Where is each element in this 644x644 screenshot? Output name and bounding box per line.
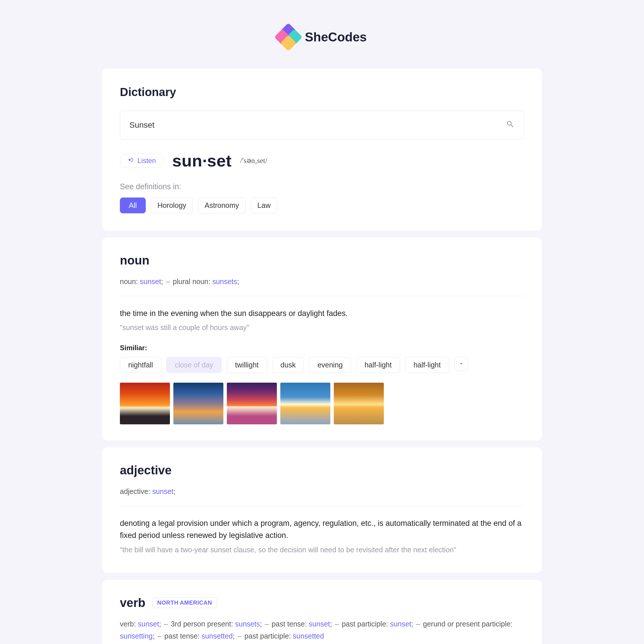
form-suffix: ; xyxy=(161,277,163,285)
form-value: sunsetted xyxy=(202,632,233,640)
category-row: AllHorologyAstronomyLaw xyxy=(120,198,524,213)
category-pill-law[interactable]: Law xyxy=(251,198,277,213)
phonetic: /'sənˌset/ xyxy=(240,156,267,165)
shecodes-logo-icon xyxy=(277,26,300,48)
form-label: past tense: xyxy=(272,620,309,628)
divider xyxy=(120,506,524,506)
form-suffix: ; xyxy=(237,277,239,285)
search-box[interactable] xyxy=(120,111,524,139)
similar-chip[interactable]: twillight xyxy=(227,357,267,373)
noun-card: noun noun: sunset;–plural noun: sunsets;… xyxy=(102,237,542,440)
listen-label: Listen xyxy=(137,157,156,165)
form-suffix: ; xyxy=(153,632,155,640)
search-input[interactable] xyxy=(129,120,506,130)
pos-title-verb: verb xyxy=(120,596,145,610)
separator: – xyxy=(158,632,162,640)
form-label: plural noun: xyxy=(173,277,212,285)
brand: SheCodes xyxy=(277,26,367,48)
verb-heading: verb NORTH AMERICAN xyxy=(120,596,524,610)
chevron-down-icon xyxy=(459,361,464,367)
see-definitions-label: See definitions in: xyxy=(120,182,524,191)
brand-name: SheCodes xyxy=(305,30,367,44)
form-label: past participle: xyxy=(244,632,293,640)
adjective-heading: adjective xyxy=(120,463,524,477)
separator: – xyxy=(265,620,269,628)
adjective-forms: adjective: sunset; xyxy=(120,485,524,498)
similar-chip[interactable]: half-light xyxy=(356,357,400,373)
form-suffix: ; xyxy=(173,487,175,495)
sunset-image-2[interactable] xyxy=(173,383,223,424)
form-value: sunset xyxy=(140,277,161,285)
form-label: 3rd person present: xyxy=(171,620,235,628)
form-value: sunset xyxy=(390,620,411,628)
category-pill-all[interactable]: All xyxy=(120,198,146,213)
form-label: verb: xyxy=(120,620,138,628)
headword: sun·set xyxy=(172,151,232,170)
page-title: Dictionary xyxy=(120,86,524,99)
noun-heading: noun xyxy=(120,254,524,267)
form-suffix: ; xyxy=(159,620,161,628)
form-value: sunsets xyxy=(235,620,260,628)
separator: – xyxy=(166,277,170,285)
adjective-example: "the bill will have a two-year sunset cl… xyxy=(120,546,524,554)
form-value: sunsetting xyxy=(120,632,153,640)
separator: – xyxy=(335,620,339,628)
adjective-definition: denoting a legal provision under which a… xyxy=(120,517,524,542)
form-label: adjective: xyxy=(120,487,152,495)
separator: – xyxy=(237,632,241,640)
similar-chip[interactable]: half-light xyxy=(405,357,449,373)
verb-forms: verb: sunset;–3rd person present: sunset… xyxy=(120,618,524,642)
similar-chip[interactable]: close of day xyxy=(166,357,221,373)
noun-definition: the time in the evening when the sun dis… xyxy=(120,308,524,320)
form-label: past participle: xyxy=(342,620,390,628)
similar-chip[interactable]: evening xyxy=(309,357,351,373)
form-label: gerund or present participle: xyxy=(423,620,512,628)
form-value: sunset xyxy=(309,620,330,628)
form-suffix: ; xyxy=(260,620,262,628)
form-value: sunset xyxy=(138,620,159,628)
adjective-card: adjective adjective: sunset; denoting a … xyxy=(102,447,542,573)
form-suffix: ; xyxy=(330,620,332,628)
form-value: sunsetted xyxy=(293,632,324,640)
form-label: noun: xyxy=(120,277,140,285)
similar-chip[interactable]: nightfall xyxy=(120,357,161,373)
listen-button[interactable]: Listen xyxy=(120,154,164,168)
separator: – xyxy=(164,620,168,628)
verb-card: verb NORTH AMERICAN verb: sunset;–3rd pe… xyxy=(102,580,542,644)
region-tag: NORTH AMERICAN xyxy=(152,597,217,608)
form-value: sunset xyxy=(152,487,174,495)
sunset-image-5[interactable] xyxy=(334,383,384,424)
separator: – xyxy=(416,620,420,628)
noun-forms: noun: sunset;–plural noun: sunsets; xyxy=(120,275,524,288)
pos-title-adjective: adjective xyxy=(120,463,172,477)
category-pill-horology[interactable]: Horology xyxy=(151,198,193,213)
speaker-icon xyxy=(128,157,134,165)
pos-title-noun: noun xyxy=(120,254,149,267)
search-icon[interactable] xyxy=(506,120,515,131)
form-suffix: ; xyxy=(233,632,235,640)
sunset-image-4[interactable] xyxy=(280,383,330,424)
similar-block: Similiar: nightfallclose of daytwillight… xyxy=(120,344,524,373)
header-card: Dictionary Listen sun·set /'sənˌset/ See… xyxy=(102,68,542,231)
show-more-similar[interactable] xyxy=(454,357,468,371)
noun-example: "sunset was still a couple of hours away… xyxy=(120,323,524,332)
category-pill-astronomy[interactable]: Astronomy xyxy=(198,198,246,213)
similar-row: nightfallclose of daytwillightduskevenin… xyxy=(120,357,524,373)
sunset-image-1[interactable] xyxy=(120,383,170,424)
form-label: past tense: xyxy=(164,632,202,640)
similar-label: Similiar: xyxy=(120,344,524,352)
listen-row: Listen sun·set /'sənˌset/ xyxy=(120,151,524,170)
sunset-image-3[interactable] xyxy=(227,383,277,424)
similar-chip[interactable]: dusk xyxy=(272,357,304,373)
image-row xyxy=(120,383,524,424)
form-value: sunsets xyxy=(212,277,237,285)
form-suffix: ; xyxy=(411,620,413,628)
